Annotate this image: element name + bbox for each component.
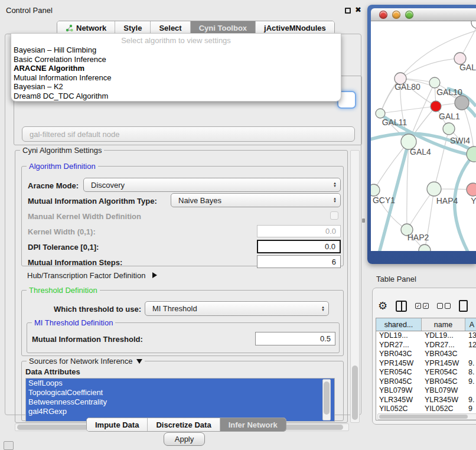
sources-group-title[interactable]: Sources for Network Inference	[27, 357, 145, 366]
network-node[interactable]	[443, 123, 455, 135]
manual-kernel-checkbox[interactable]	[330, 211, 338, 220]
table-body: YDL19...YDL19...13YDR27...YDR27...12YBR0…	[376, 331, 476, 412]
table-cell: YBL079W	[376, 386, 422, 396]
kernel-width-field[interactable]: 0.0	[257, 225, 341, 237]
tab-jactivemnodules[interactable]: jActiveMNodules	[256, 21, 334, 34]
table-cell: YLR345W	[422, 396, 465, 405]
data-attributes-list[interactable]: SelfLoopsTopologicalCoefficientBetweenne…	[25, 378, 335, 422]
network-edge[interactable]	[400, 58, 460, 79]
table-cell: YDR27...	[422, 341, 465, 350]
table-horizontal-thumb[interactable]	[379, 415, 468, 419]
algorithm-option[interactable]: ARACNE Algorithm	[11, 64, 341, 73]
network-selector-combobox[interactable]: gal-filtered sif default node	[22, 126, 355, 142]
tab-network[interactable]: Network	[57, 21, 115, 34]
panel-corner-icon[interactable]	[4, 441, 14, 450]
tab-label: Discretize Data	[156, 420, 211, 429]
table-header-cell[interactable]: A	[465, 318, 476, 331]
table-header-cell[interactable]: name	[422, 318, 465, 331]
network-edge[interactable]	[380, 106, 436, 113]
checked-pair-icon[interactable]: ✓✓	[415, 303, 429, 309]
tab-label: Cyni Toolbox	[199, 24, 247, 32]
apply-button[interactable]: Apply	[164, 432, 205, 446]
network-node[interactable]	[427, 182, 441, 196]
attributes-scrollbar[interactable]	[322, 379, 331, 420]
table-row[interactable]: YLR345WYLR345W9.	[376, 396, 476, 405]
node-label: HAP4	[436, 196, 458, 206]
table-cell: 9	[465, 405, 476, 412]
attribute-item[interactable]: gal4RGexp	[26, 407, 334, 416]
table-cell: YBR045C	[422, 377, 465, 387]
table-row[interactable]: YBL079WYBL079W	[376, 386, 476, 396]
table-row[interactable]: YBR043CYBR043C	[376, 350, 476, 359]
algorithm-option[interactable]: Bayesian – Hill Climbing	[11, 45, 341, 55]
algorithm-option[interactable]: Dream8 DC_TDC Algorithm	[11, 92, 341, 101]
unchecked-pair-icon[interactable]	[437, 303, 451, 309]
columns-icon[interactable]	[396, 301, 407, 312]
which-threshold-label: Which threshold to use:	[54, 305, 141, 314]
table-cell: 9.	[465, 377, 476, 387]
page-icon[interactable]	[459, 300, 468, 312]
tab-cyni-toolbox[interactable]: Cyni Toolbox	[191, 21, 256, 34]
attributes-scrollbar-thumb[interactable]	[324, 381, 330, 415]
mi-threshold-value: 0.5	[320, 334, 331, 343]
table-row[interactable]: YER054CYER054C8.	[376, 368, 476, 377]
mi-threshold-field[interactable]: 0.5	[255, 332, 335, 345]
tab-discretize-data[interactable]: Discretize Data	[148, 418, 220, 431]
network-edge[interactable]	[407, 142, 409, 230]
table-row[interactable]: YPR145WYPR145W9.	[376, 359, 476, 369]
table-cell: YDL19...	[422, 331, 465, 341]
kernel-width-value: 0.0	[325, 227, 336, 236]
attribute-item[interactable]: TopologicalCoefficient	[26, 388, 334, 397]
network-node[interactable]	[467, 183, 476, 196]
network-node[interactable]	[455, 96, 469, 110]
table-header-cell[interactable]: shared...	[376, 318, 422, 331]
algorithm-definition-group: Algorithm Definition Aracne Mode: Discov…	[21, 166, 344, 266]
settings-vertical-scrollbar[interactable]	[350, 150, 360, 423]
network-node[interactable]	[371, 184, 380, 196]
network-graph: GALGAL80GAL10GAL1GAL11SWI4GAL4GCY1HAP4YH…	[371, 21, 476, 251]
dpi-tolerance-field[interactable]: 0.0	[257, 240, 341, 253]
close-icon[interactable]: ✖	[355, 5, 361, 14]
gear-icon[interactable]: ⚙	[378, 301, 387, 311]
table-row[interactable]: YBR045CYBR045C9.	[376, 377, 476, 387]
attribute-item[interactable]: SelfLoops	[26, 379, 334, 388]
mi-algorithm-type-combobox[interactable]: Naive Bayes ▲▼	[171, 193, 341, 207]
tab-infer-network[interactable]: Infer Network	[220, 418, 286, 431]
float-window-icon[interactable]	[345, 8, 351, 14]
tab-style[interactable]: Style	[115, 21, 151, 34]
algorithm-option[interactable]: Bayesian – K2	[11, 82, 341, 92]
node-label: GAL11	[382, 118, 407, 127]
sources-group: Sources for Network Inference Data Attri…	[21, 361, 344, 421]
table-horizontal-scrollbar[interactable]	[377, 413, 476, 420]
which-threshold-combobox[interactable]: MI Threshold ▲▼	[145, 301, 329, 316]
table-row[interactable]: YIL052CYIL052C9	[376, 405, 476, 412]
algorithm-option[interactable]: Basic Correlation Inference	[11, 55, 341, 64]
splitter-grip[interactable]	[362, 219, 365, 223]
table-row[interactable]: YDR27...YDR27...12	[376, 341, 476, 350]
algorithm-option[interactable]: Mutual Information Inference	[11, 73, 341, 83]
network-node[interactable]	[376, 109, 385, 118]
mi-steps-field[interactable]: 6	[257, 255, 341, 268]
attribute-item[interactable]: BetweennessCentrality	[26, 397, 334, 407]
mac-zoom-button[interactable]	[405, 11, 413, 19]
table-cell: YER054C	[376, 368, 422, 377]
table-row[interactable]: YDL19...YDL19...13	[376, 331, 476, 341]
aracne-mode-combobox[interactable]: Discovery ▲▼	[83, 178, 341, 192]
dpi-tolerance-label: DPI Tolerance [0,1]:	[28, 243, 99, 252]
hub-definition-expander[interactable]: Hub/Transcription Factor Definition	[27, 271, 157, 280]
expander-right-arrow-icon	[152, 272, 157, 278]
mac-minimize-button[interactable]	[392, 11, 400, 19]
tab-impute-data[interactable]: Impute Data	[87, 418, 148, 431]
mac-close-button[interactable]	[379, 11, 387, 19]
tab-select[interactable]: Select	[151, 21, 190, 34]
table-cell	[465, 350, 476, 359]
table-cell: YPR145W	[422, 359, 465, 369]
stepper-arrows-icon: ▲▼	[321, 306, 325, 312]
mi-threshold-title: MI Threshold Definition	[32, 318, 115, 327]
settings-vertical-thumb[interactable]	[352, 366, 358, 420]
network-node[interactable]	[471, 21, 476, 28]
network-node[interactable]	[429, 77, 440, 88]
network-window-titlebar[interactable]	[371, 8, 476, 21]
network-node[interactable]	[431, 101, 441, 112]
network-view-canvas[interactable]: GALGAL80GAL10GAL1GAL11SWI4GAL4GCY1HAP4YH…	[371, 21, 476, 251]
